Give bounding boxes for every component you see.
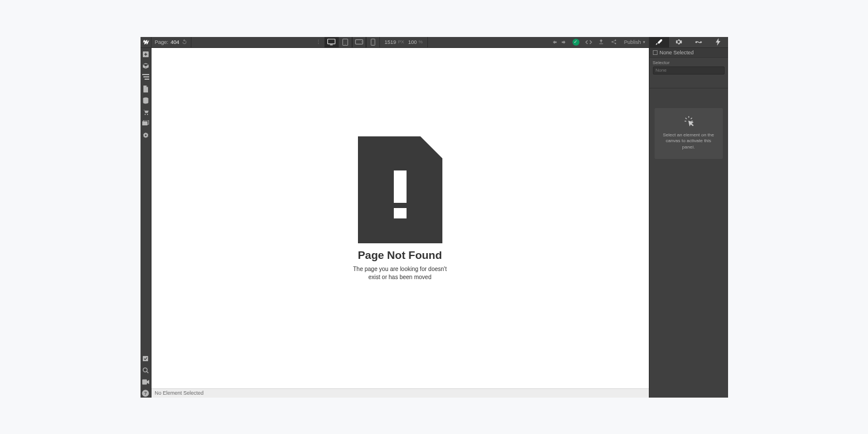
tab-effects[interactable]	[708, 37, 728, 47]
left-sidebar: ?	[141, 48, 152, 398]
search-icon	[142, 367, 149, 374]
search-button[interactable]	[142, 366, 150, 374]
cart-icon	[142, 109, 149, 116]
tablet-icon	[342, 39, 348, 46]
revert-icon[interactable]	[182, 39, 187, 46]
video-icon	[142, 379, 149, 385]
page-not-found-block: Page Not Found The page you are looking …	[348, 136, 452, 281]
empty-hint-card: Select an element on the canvas to activ…	[655, 108, 723, 159]
more-options[interactable]: ⋮	[312, 39, 324, 45]
assets-button[interactable]	[142, 120, 150, 128]
code-button[interactable]	[582, 37, 595, 47]
redo-icon	[560, 39, 566, 45]
export-button[interactable]	[595, 37, 608, 47]
settings-button[interactable]	[142, 131, 150, 139]
share-icon	[611, 39, 617, 45]
breadcrumb-text: No Element Selected	[155, 390, 204, 396]
checkmark-icon: ✓	[572, 39, 579, 46]
svg-rect-25	[143, 356, 148, 361]
canvas[interactable]: Page Not Found The page you are looking …	[152, 48, 649, 388]
svg-rect-15	[142, 74, 149, 75]
status-ok[interactable]: ✓	[570, 37, 582, 47]
share-button[interactable]	[608, 37, 620, 47]
help-icon: ?	[142, 390, 149, 397]
selection-indicator: None Selected	[649, 48, 728, 58]
svg-point-24	[145, 134, 146, 136]
svg-rect-16	[143, 76, 149, 77]
gear-icon	[142, 132, 149, 139]
publish-button[interactable]: Publish ▾	[620, 37, 649, 47]
topbar-right-tools: ✓ Publish ▾	[549, 37, 649, 47]
viewport-desktop[interactable]	[324, 37, 338, 47]
add-element-button[interactable]	[142, 50, 150, 58]
svg-point-19	[145, 114, 146, 115]
bolt-icon	[715, 38, 721, 46]
empty-hint-text: Select an element on the canvas to activ…	[659, 132, 718, 151]
viewport-tablet[interactable]	[338, 37, 352, 47]
export-icon	[598, 39, 604, 45]
panel-empty-state: Select an element on the canvas to activ…	[649, 88, 728, 398]
pages-button[interactable]	[142, 85, 150, 93]
svg-rect-1	[330, 44, 333, 45]
tab-settings[interactable]	[669, 37, 689, 47]
help-button[interactable]: ?	[142, 390, 150, 398]
app-window: Page: 404 ⋮ 1519 PX 100	[141, 37, 728, 398]
viewport-switcher	[324, 37, 380, 47]
selection-box-icon	[653, 50, 658, 55]
tab-interactions[interactable]	[689, 37, 708, 47]
svg-text:?: ?	[144, 391, 147, 396]
page-name: 404	[171, 39, 179, 45]
ecommerce-button[interactable]	[142, 108, 150, 116]
svg-point-11	[678, 41, 679, 43]
gear-icon	[675, 38, 682, 46]
tab-style[interactable]	[649, 37, 669, 47]
viewport-phone-landscape[interactable]	[352, 37, 366, 47]
symbols-button[interactable]	[142, 62, 150, 70]
svg-rect-0	[328, 39, 335, 43]
navigator-icon	[142, 74, 149, 80]
svg-rect-27	[142, 379, 147, 384]
publish-label: Publish	[624, 39, 641, 45]
svg-point-7	[373, 44, 374, 44]
navigator-button[interactable]	[142, 73, 150, 81]
svg-rect-31	[394, 208, 407, 218]
svg-rect-30	[394, 170, 407, 203]
webflow-logo-icon	[142, 39, 149, 46]
plus-icon	[142, 51, 149, 58]
svg-rect-21	[142, 121, 147, 125]
selector-label: Selector	[649, 58, 728, 66]
page-icon	[143, 86, 149, 92]
database-icon	[142, 97, 149, 104]
redo-button[interactable]	[557, 37, 570, 47]
phone-landscape-icon	[355, 39, 363, 44]
webflow-logo[interactable]	[141, 37, 152, 48]
file-error-icon	[358, 136, 442, 243]
right-panel-tabs	[649, 37, 728, 47]
canvas-zoom-unit: %	[419, 39, 423, 44]
canvas-width-unit: PX	[398, 39, 404, 44]
cube-icon	[142, 62, 149, 69]
canvas-dimensions[interactable]: 1519 PX 100 %	[380, 37, 428, 47]
cms-button[interactable]	[142, 97, 150, 105]
pnf-body: The page you are looking for doesn't exi…	[348, 265, 452, 281]
phone-icon	[371, 39, 375, 46]
pointer-click-icon	[684, 116, 694, 128]
canvas-wrap: Page Not Found The page you are looking …	[152, 48, 649, 398]
svg-rect-17	[145, 79, 149, 80]
breadcrumb-bar: No Element Selected	[152, 388, 649, 398]
svg-point-26	[143, 368, 147, 372]
video-button[interactable]	[142, 378, 150, 386]
audit-button[interactable]	[142, 355, 150, 363]
svg-point-3	[345, 44, 346, 44]
body-row: ? Page Not Found The page you are lookin…	[141, 48, 728, 398]
page-label: Page:	[155, 39, 169, 45]
viewport-phone[interactable]	[366, 37, 380, 47]
style-panel: None Selected Selector None Select an el…	[649, 48, 728, 398]
selector-input[interactable]: None	[653, 66, 725, 75]
selector-placeholder: None	[656, 68, 667, 73]
check-square-icon	[142, 355, 149, 362]
page-selector[interactable]: Page: 404	[152, 37, 192, 47]
svg-point-9	[615, 40, 616, 41]
svg-point-20	[147, 114, 148, 115]
desktop-icon	[327, 39, 335, 46]
